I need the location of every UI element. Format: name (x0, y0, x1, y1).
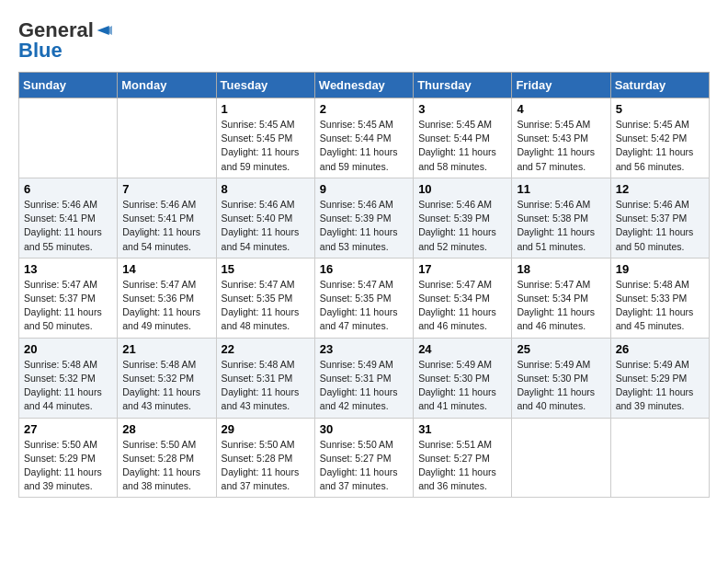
day-info: Sunrise: 5:50 AMSunset: 5:27 PMDaylight:… (320, 438, 408, 494)
day-info: Sunrise: 5:46 AMSunset: 5:40 PMDaylight:… (222, 198, 310, 254)
calendar-cell: 24Sunrise: 5:49 AMSunset: 5:30 PMDayligh… (414, 338, 512, 418)
calendar-cell: 1Sunrise: 5:45 AMSunset: 5:45 PMDaylight… (216, 98, 314, 178)
day-info: Sunrise: 5:47 AMSunset: 5:34 PMDaylight:… (418, 278, 506, 334)
day-info: Sunrise: 5:45 AMSunset: 5:45 PMDaylight:… (222, 118, 310, 174)
day-number: 28 (122, 422, 210, 436)
day-info: Sunrise: 5:46 AMSunset: 5:39 PMDaylight:… (320, 198, 408, 254)
day-info: Sunrise: 5:49 AMSunset: 5:30 PMDaylight:… (517, 358, 605, 414)
weekday-header-tuesday: Tuesday (216, 73, 314, 98)
day-info: Sunrise: 5:46 AMSunset: 5:38 PMDaylight:… (517, 198, 605, 254)
calendar-cell: 12Sunrise: 5:46 AMSunset: 5:37 PMDayligh… (610, 178, 709, 258)
day-number: 22 (222, 342, 310, 356)
calendar-cell: 16Sunrise: 5:47 AMSunset: 5:35 PMDayligh… (314, 258, 413, 338)
calendar-cell: 21Sunrise: 5:48 AMSunset: 5:32 PMDayligh… (118, 338, 216, 418)
day-info: Sunrise: 5:46 AMSunset: 5:41 PMDaylight:… (24, 198, 112, 254)
weekday-header-wednesday: Wednesday (314, 73, 413, 98)
day-number: 24 (418, 342, 506, 356)
day-info: Sunrise: 5:48 AMSunset: 5:32 PMDaylight:… (24, 358, 112, 414)
calendar-cell: 31Sunrise: 5:51 AMSunset: 5:27 PMDayligh… (414, 418, 512, 498)
logo-text-blue: Blue (18, 39, 63, 63)
weekday-header-friday: Friday (512, 73, 610, 98)
calendar-cell: 25Sunrise: 5:49 AMSunset: 5:30 PMDayligh… (512, 338, 610, 418)
calendar-week-row: 1Sunrise: 5:45 AMSunset: 5:45 PMDaylight… (19, 98, 710, 178)
day-number: 20 (24, 342, 112, 356)
weekday-header-thursday: Thursday (414, 73, 512, 98)
day-info: Sunrise: 5:47 AMSunset: 5:35 PMDaylight:… (320, 278, 408, 334)
calendar-cell: 28Sunrise: 5:50 AMSunset: 5:28 PMDayligh… (118, 418, 216, 498)
calendar-cell: 29Sunrise: 5:50 AMSunset: 5:28 PMDayligh… (216, 418, 314, 498)
calendar-week-row: 27Sunrise: 5:50 AMSunset: 5:29 PMDayligh… (19, 418, 710, 498)
calendar-cell: 14Sunrise: 5:47 AMSunset: 5:36 PMDayligh… (118, 258, 216, 338)
day-number: 1 (222, 102, 310, 116)
calendar-cell: 15Sunrise: 5:47 AMSunset: 5:35 PMDayligh… (216, 258, 314, 338)
day-info: Sunrise: 5:50 AMSunset: 5:28 PMDaylight:… (222, 438, 310, 494)
calendar-cell (610, 418, 709, 498)
day-number: 13 (24, 262, 112, 276)
calendar-cell: 18Sunrise: 5:47 AMSunset: 5:34 PMDayligh… (512, 258, 610, 338)
day-number: 2 (320, 102, 408, 116)
day-number: 26 (616, 342, 704, 356)
day-number: 21 (122, 342, 210, 356)
day-number: 6 (24, 182, 112, 196)
day-info: Sunrise: 5:45 AMSunset: 5:43 PMDaylight:… (517, 118, 605, 174)
calendar-cell (118, 98, 216, 178)
day-number: 17 (418, 262, 506, 276)
day-number: 5 (616, 102, 704, 116)
calendar-cell: 5Sunrise: 5:45 AMSunset: 5:42 PMDaylight… (610, 98, 709, 178)
day-number: 29 (222, 422, 310, 436)
calendar-week-row: 20Sunrise: 5:48 AMSunset: 5:32 PMDayligh… (19, 338, 710, 418)
calendar-week-row: 13Sunrise: 5:47 AMSunset: 5:37 PMDayligh… (19, 258, 710, 338)
weekday-header-sunday: Sunday (19, 73, 118, 98)
calendar-cell: 2Sunrise: 5:45 AMSunset: 5:44 PMDaylight… (314, 98, 413, 178)
day-number: 9 (320, 182, 408, 196)
day-info: Sunrise: 5:46 AMSunset: 5:39 PMDaylight:… (418, 198, 506, 254)
day-number: 30 (320, 422, 408, 436)
day-info: Sunrise: 5:49 AMSunset: 5:31 PMDaylight:… (320, 358, 408, 414)
day-number: 16 (320, 262, 408, 276)
day-info: Sunrise: 5:50 AMSunset: 5:28 PMDaylight:… (122, 438, 210, 494)
day-info: Sunrise: 5:48 AMSunset: 5:33 PMDaylight:… (616, 278, 704, 334)
calendar-cell: 7Sunrise: 5:46 AMSunset: 5:41 PMDaylight… (118, 178, 216, 258)
day-number: 7 (122, 182, 210, 196)
calendar-table: SundayMondayTuesdayWednesdayThursdayFrid… (18, 72, 710, 498)
day-number: 10 (418, 182, 506, 196)
logo-arrow-icon (96, 24, 112, 37)
day-number: 19 (616, 262, 704, 276)
day-info: Sunrise: 5:49 AMSunset: 5:30 PMDaylight:… (418, 358, 506, 414)
calendar-cell: 22Sunrise: 5:48 AMSunset: 5:31 PMDayligh… (216, 338, 314, 418)
day-number: 23 (320, 342, 408, 356)
day-info: Sunrise: 5:47 AMSunset: 5:34 PMDaylight:… (517, 278, 605, 334)
day-info: Sunrise: 5:46 AMSunset: 5:37 PMDaylight:… (616, 198, 704, 254)
weekday-header-monday: Monday (118, 73, 216, 98)
calendar-cell: 8Sunrise: 5:46 AMSunset: 5:40 PMDaylight… (216, 178, 314, 258)
day-number: 3 (418, 102, 506, 116)
calendar-cell: 6Sunrise: 5:46 AMSunset: 5:41 PMDaylight… (19, 178, 118, 258)
weekday-header-saturday: Saturday (610, 73, 709, 98)
calendar-cell: 23Sunrise: 5:49 AMSunset: 5:31 PMDayligh… (314, 338, 413, 418)
calendar-week-row: 6Sunrise: 5:46 AMSunset: 5:41 PMDaylight… (19, 178, 710, 258)
calendar-cell: 26Sunrise: 5:49 AMSunset: 5:29 PMDayligh… (610, 338, 709, 418)
day-info: Sunrise: 5:51 AMSunset: 5:27 PMDaylight:… (418, 438, 506, 494)
calendar-cell: 11Sunrise: 5:46 AMSunset: 5:38 PMDayligh… (512, 178, 610, 258)
calendar-cell: 10Sunrise: 5:46 AMSunset: 5:39 PMDayligh… (414, 178, 512, 258)
logo: General Blue (18, 18, 112, 63)
day-number: 18 (517, 262, 605, 276)
calendar-cell: 3Sunrise: 5:45 AMSunset: 5:44 PMDaylight… (414, 98, 512, 178)
day-info: Sunrise: 5:48 AMSunset: 5:32 PMDaylight:… (122, 358, 210, 414)
day-info: Sunrise: 5:47 AMSunset: 5:35 PMDaylight:… (222, 278, 310, 334)
day-number: 15 (222, 262, 310, 276)
calendar-cell: 4Sunrise: 5:45 AMSunset: 5:43 PMDaylight… (512, 98, 610, 178)
calendar-cell (512, 418, 610, 498)
day-number: 14 (122, 262, 210, 276)
day-number: 8 (222, 182, 310, 196)
calendar-cell: 9Sunrise: 5:46 AMSunset: 5:39 PMDaylight… (314, 178, 413, 258)
day-info: Sunrise: 5:50 AMSunset: 5:29 PMDaylight:… (24, 438, 112, 494)
day-info: Sunrise: 5:45 AMSunset: 5:42 PMDaylight:… (616, 118, 704, 174)
calendar-cell: 20Sunrise: 5:48 AMSunset: 5:32 PMDayligh… (19, 338, 118, 418)
day-info: Sunrise: 5:48 AMSunset: 5:31 PMDaylight:… (222, 358, 310, 414)
calendar-cell: 27Sunrise: 5:50 AMSunset: 5:29 PMDayligh… (19, 418, 118, 498)
day-number: 31 (418, 422, 506, 436)
calendar-cell (19, 98, 118, 178)
calendar-header-row: SundayMondayTuesdayWednesdayThursdayFrid… (19, 73, 710, 98)
day-number: 27 (24, 422, 112, 436)
